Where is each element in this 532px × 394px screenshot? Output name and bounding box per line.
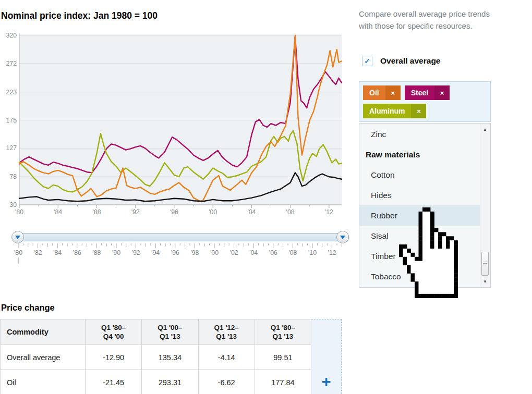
- list-item-cotton[interactable]: Cotton: [359, 165, 480, 185]
- table-row-overall-average: Overall average-12.90135.34-4.1499.51: [1, 345, 311, 370]
- x-axis-tick-label: '08: [286, 208, 295, 216]
- slider-tick-label: '92: [132, 249, 140, 256]
- x-axis-tick-label: '84: [54, 208, 62, 216]
- price-change-cell: -4.14: [198, 345, 255, 370]
- slider-tick-label: '96: [171, 249, 179, 256]
- list-item-hides[interactable]: Hides: [359, 185, 480, 205]
- chip-label: Oil: [363, 85, 385, 100]
- x-axis-tick-label: '12: [325, 208, 333, 216]
- commodity-list-items: ZincRaw materialsCottonHidesRubberSisalT…: [359, 124, 480, 287]
- y-axis-tick-label: 127: [6, 144, 17, 152]
- period-column-header: Q1 '00–Q1 '13: [142, 319, 198, 345]
- price-change-cell: 293.31: [142, 370, 198, 394]
- table-row-oil: Oil-21.45293.31-6.62177.84: [1, 370, 311, 394]
- y-axis-tick-label: 272: [6, 60, 17, 67]
- period-column-header: Q1 '12–Q1 '13: [198, 319, 255, 345]
- add-commodity-button[interactable]: +: [311, 373, 341, 391]
- selected-commodities-panel: Oil×Steel×Aluminum×: [359, 81, 491, 122]
- table-header-row: CommodityQ1 '80–Q4 '00Q1 '00–Q1 '13Q1 '1…: [1, 319, 311, 345]
- y-axis-tick-label: 320: [6, 32, 17, 39]
- chip-remove-button[interactable]: ×: [434, 85, 450, 100]
- overall-average-toggle[interactable]: ✓ Overall average: [362, 56, 440, 66]
- y-axis-tick-label: 78: [9, 173, 17, 180]
- slider-handle-right[interactable]: [337, 231, 349, 243]
- chip-remove-button[interactable]: ×: [411, 104, 426, 118]
- price-change-title: Price change: [1, 303, 55, 313]
- slider-tick-label: '84: [53, 249, 62, 256]
- overall-average-checkbox[interactable]: ✓: [362, 56, 372, 66]
- x-axis-tick-label: '80: [15, 208, 23, 216]
- price-change-cell: 99.51: [255, 345, 311, 370]
- slider-tick-label: '00: [210, 249, 219, 256]
- list-item-rubber[interactable]: Rubber: [359, 205, 480, 226]
- commodity-cell: Overall average: [1, 345, 86, 370]
- chip-aluminum[interactable]: Aluminum×: [363, 104, 426, 118]
- scroll-up-button[interactable]: ▲: [480, 126, 490, 133]
- slider-tick-label: '90: [112, 249, 120, 256]
- price-change-cell: -21.45: [86, 370, 142, 394]
- list-item-tobacco[interactable]: Tobacco: [359, 266, 480, 287]
- commodity-list: ZincRaw materialsCottonHidesRubberSisalT…: [359, 123, 491, 288]
- list-item-sisal[interactable]: Sisal: [359, 226, 480, 246]
- list-group-header: Raw materials: [359, 144, 480, 165]
- page-title: Nominal price index: Jan 1980 = 100: [1, 10, 158, 21]
- overall-average-label: Overall average: [380, 56, 440, 66]
- scroll-down-button[interactable]: ▼: [480, 278, 490, 285]
- commodity-cell: Oil: [1, 370, 86, 394]
- list-item-zinc[interactable]: Zinc: [359, 124, 480, 144]
- chip-oil[interactable]: Oil×: [363, 85, 401, 100]
- add-commodity-panel: +: [311, 319, 342, 394]
- slider-tick-label: '82: [34, 249, 42, 256]
- x-axis-tick-label: '04: [247, 208, 256, 216]
- price-change-table: CommodityQ1 '80–Q4 '00Q1 '00–Q1 '13Q1 '1…: [0, 319, 311, 394]
- scrollbar-grip-icon: [483, 262, 487, 266]
- x-axis-tick-label: '88: [92, 208, 101, 216]
- sidebar-description: Compare overall average price trends wit…: [359, 8, 492, 32]
- slider-tick-label: '08: [288, 249, 297, 256]
- slider-tick-label: '88: [92, 249, 101, 256]
- period-column-header: Q1 '80–Q4 '00: [86, 319, 142, 345]
- chip-label: Aluminum: [363, 104, 411, 118]
- period-column-header: Q1 '80–Q1 '13: [255, 319, 311, 345]
- price-change-cell: 135.34: [142, 345, 198, 370]
- price-change-cell: -12.90: [86, 345, 142, 370]
- check-icon: ✓: [364, 57, 370, 65]
- price-change-cell: -6.62: [198, 370, 255, 394]
- x-axis-tick-label: '92: [131, 208, 140, 216]
- slider-tick-label: '04: [249, 249, 258, 256]
- slider-tick-label: '10: [308, 249, 317, 256]
- price-change-cell: 177.84: [255, 370, 311, 394]
- y-axis-tick-label: 30: [9, 201, 17, 208]
- list-item-timber[interactable]: Timber: [359, 246, 480, 266]
- slider-tick-label: '94: [151, 249, 160, 256]
- slider-handle-left[interactable]: [12, 231, 24, 243]
- y-axis-tick-label: 175: [6, 117, 17, 124]
- slider-tick-label: '98: [190, 249, 199, 256]
- commodity-list-scrollbar[interactable]: ▲ ▼: [480, 124, 490, 287]
- chip-label: Steel: [405, 85, 434, 100]
- date-range-track[interactable]: [13, 233, 349, 241]
- slider-tick-label: '80: [14, 249, 22, 256]
- price-index-chart: 3202722231751277830'80'84'88'92'96'00'04…: [0, 26, 355, 268]
- slider-tick-label: '02: [230, 249, 238, 256]
- x-axis-tick-label: '00: [209, 208, 217, 216]
- y-axis-tick-label: 223: [6, 89, 17, 96]
- chip-remove-button[interactable]: ×: [385, 85, 401, 100]
- slider-tick-label: '86: [73, 249, 81, 256]
- chip-steel[interactable]: Steel×: [405, 85, 450, 100]
- scrollbar-thumb[interactable]: [481, 252, 489, 276]
- commodity-column-header: Commodity: [1, 319, 86, 345]
- slider-tick-label: '06: [269, 249, 277, 256]
- x-axis-tick-label: '96: [170, 208, 178, 216]
- slider-tick-label: '12: [328, 249, 336, 256]
